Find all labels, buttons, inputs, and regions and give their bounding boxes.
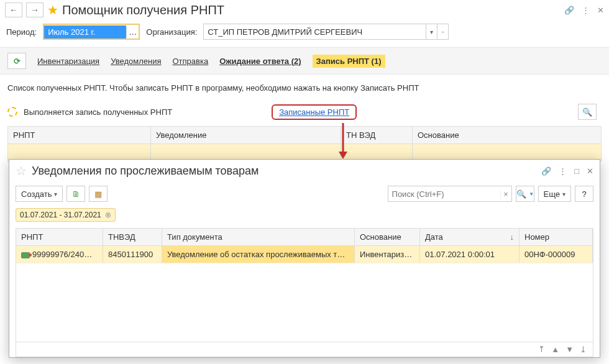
org-value: СТ_ИП ПЕТРОВ ДМИТРИЙ СЕРГЕЕВИЧ [204,25,426,39]
favorite-star-icon[interactable]: ★ [47,2,58,17]
popup-link-icon[interactable]: 🔗 [541,166,551,176]
search-button[interactable]: 🔍 [578,104,597,120]
period-picker-button[interactable]: … [126,27,139,37]
chevron-down-icon: ▾ [562,191,566,198]
col-tnved[interactable]: ТН ВЭД [341,127,413,143]
search-clear-icon[interactable]: × [500,189,511,199]
more-button[interactable]: Еще ▾ [538,186,571,202]
filter-clear-icon[interactable]: ⊗ [105,211,111,219]
recorded-link-highlight: Записанные РНПТ [272,104,357,120]
period-label: Период: [6,27,37,37]
popup-close-icon[interactable]: ✕ [587,166,593,176]
date-filter-chip[interactable]: 01.07.2021 - 31.07.2021 ⊗ [16,208,116,222]
refresh-button[interactable]: ⟳ [7,53,26,69]
period-value: Июль 2021 г. [44,25,126,39]
kebab-menu-icon[interactable]: ⋮ [582,6,590,15]
status-text: Выполняется запись полученных РНПТ [24,107,172,117]
org-select[interactable]: СТ_ИП ПЕТРОВ ДМИТРИЙ СЕРГЕЕВИЧ ▾ ▫ [203,24,449,40]
tab-record-active[interactable]: Запись РНПТ (1) [313,55,385,68]
col-rnpt[interactable]: РНПТ [8,127,151,143]
popup-star-icon[interactable]: ☆ [16,163,27,178]
nav-back-button[interactable]: ← [5,2,22,17]
nav-down-icon[interactable]: ▼ [566,345,574,354]
help-button[interactable]: ? [575,186,593,202]
svg-marker-1 [339,152,347,159]
tab-awaiting[interactable]: Ожидание ответа (2) [219,57,301,66]
grid-row[interactable]: 99999976/240… 8450111900 Уведомление об … [16,246,593,263]
search-dropdown-button[interactable]: 🔍▾ [516,186,534,202]
tab-inventory[interactable]: Инвентаризация [37,57,99,66]
period-input[interactable]: Июль 2021 г. … [43,24,140,40]
grid-nav-footer: ⤒ ▲ ▼ ⤓ [16,342,593,357]
doc-icon [21,252,30,258]
tab-notifications[interactable]: Уведомления [111,57,161,66]
search-input[interactable]: × [388,186,512,202]
sort-down-icon: ↓ [510,232,515,242]
col-notif[interactable]: Уведомление [151,127,341,143]
struct-button[interactable]: ▦ [89,186,108,202]
org-label: Организация: [146,27,197,37]
info-text: Список полученных РНПТ. Чтобы записать Р… [0,75,609,101]
nav-last-icon[interactable]: ⤓ [580,345,587,354]
nav-first-icon[interactable]: ⤒ [538,345,545,354]
popup-maximize-icon[interactable]: □ [574,166,579,176]
nav-up-icon[interactable]: ▲ [551,345,559,354]
window-title: Помощник получения РНПТ [62,3,561,17]
gcol-rnpt[interactable]: РНПТ [16,229,103,245]
popup-title: Уведомления по прослеживаемым товарам [32,165,536,178]
chevron-down-icon: ▾ [54,191,57,198]
recorded-link[interactable]: Записанные РНПТ [279,107,349,117]
spinner-icon [7,107,17,117]
link-icon[interactable]: 🔗 [564,6,574,15]
col-basis[interactable]: Основание [413,127,601,143]
notifications-popup: ☆ Уведомления по прослеживаемым товарам … [9,159,600,358]
nav-forward-button[interactable]: → [26,2,44,17]
org-dropdown-icon[interactable]: ▾ [426,24,437,39]
create-button[interactable]: Создать ▾ [16,186,63,202]
popup-kebab-icon[interactable]: ⋮ [559,166,567,176]
gcol-doctype[interactable]: Тип документа [162,229,355,245]
search-field[interactable] [388,189,500,199]
org-open-icon[interactable]: ▫ [437,24,448,39]
gcol-basis[interactable]: Основание [355,229,420,245]
gcol-tnved[interactable]: ТНВЭД [103,229,162,245]
tab-sending[interactable]: Отправка [172,57,208,66]
add-doc-button[interactable]: 🗎 [66,186,85,202]
close-icon[interactable]: ✕ [597,6,604,15]
gcol-number[interactable]: Номер [520,229,593,245]
annotation-arrow-icon [337,123,349,160]
gcol-date[interactable]: Дата↓ [420,229,520,245]
